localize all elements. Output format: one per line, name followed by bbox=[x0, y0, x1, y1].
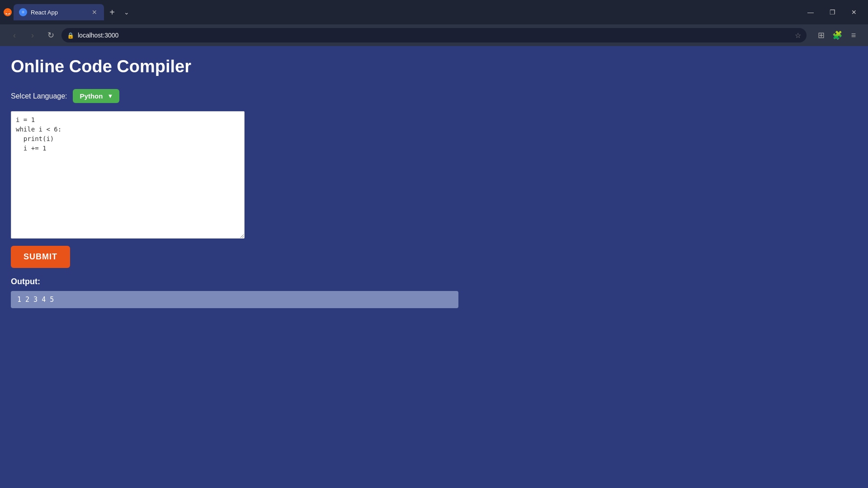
browser-navbar: ‹ › ↻ 🔒 localhost:3000 ☆ ⊞ 🧩 ≡ bbox=[0, 24, 868, 46]
tab-title: React App bbox=[31, 9, 87, 16]
minimize-button[interactable]: — bbox=[800, 5, 821, 19]
submit-button[interactable]: SUBMIT bbox=[11, 246, 70, 268]
browser-titlebar: 🦊 ⚛ React App ✕ + ⌄ — ❐ ✕ bbox=[0, 0, 868, 24]
tab-dropdown-button[interactable]: ⌄ bbox=[122, 7, 131, 18]
tab-close-button[interactable]: ✕ bbox=[90, 8, 99, 16]
window-controls: — ❐ ✕ bbox=[800, 5, 864, 19]
maximize-button[interactable]: ❐ bbox=[822, 5, 843, 19]
page-title: Online Code Compiler bbox=[11, 57, 857, 76]
browser-tab[interactable]: ⚛ React App ✕ bbox=[14, 4, 104, 20]
navbar-actions: ⊞ 🧩 ≡ bbox=[814, 28, 861, 42]
lock-icon: 🔒 bbox=[67, 32, 74, 39]
app-content: Online Code Compiler Selcet Language: Py… bbox=[0, 46, 868, 488]
back-button[interactable]: ‹ bbox=[7, 28, 22, 42]
extensions-button[interactable]: 🧩 bbox=[830, 28, 844, 42]
browser-chrome: 🦊 ⚛ React App ✕ + ⌄ — ❐ ✕ ‹ › ↻ 🔒 localh… bbox=[0, 0, 868, 46]
language-dropdown[interactable]: Python ▼ bbox=[73, 89, 120, 103]
language-value: Python bbox=[80, 92, 103, 100]
address-bar[interactable]: localhost:3000 bbox=[78, 32, 791, 39]
output-label: Output: bbox=[11, 277, 857, 286]
output-box: 1 2 3 4 5 bbox=[11, 291, 458, 308]
bookmarks-button[interactable]: ⊞ bbox=[814, 28, 828, 42]
language-label: Selcet Language: bbox=[11, 92, 67, 100]
forward-button[interactable]: › bbox=[25, 28, 40, 42]
firefox-favicon: 🦊 bbox=[4, 8, 12, 16]
dropdown-arrow-icon: ▼ bbox=[107, 93, 113, 99]
new-tab-button[interactable]: + bbox=[106, 6, 118, 19]
bookmark-icon[interactable]: ☆ bbox=[795, 31, 801, 40]
tab-favicon: ⚛ bbox=[19, 8, 27, 16]
refresh-button[interactable]: ↻ bbox=[43, 28, 58, 42]
language-dropdown-wrapper: Python ▼ bbox=[73, 89, 120, 103]
menu-button[interactable]: ≡ bbox=[846, 28, 861, 42]
language-selector-row: Selcet Language: Python ▼ bbox=[11, 89, 857, 103]
address-bar-container[interactable]: 🔒 localhost:3000 ☆ bbox=[61, 28, 807, 42]
close-button[interactable]: ✕ bbox=[844, 5, 864, 19]
code-editor[interactable]: i = 1 while i < 6: print(i) i += 1 bbox=[11, 111, 245, 239]
